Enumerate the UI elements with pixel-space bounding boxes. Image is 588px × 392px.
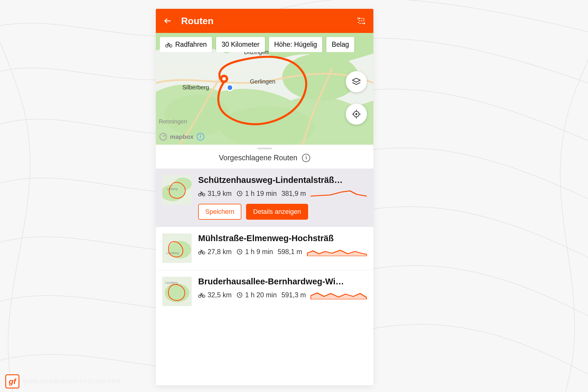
svg-point-4 — [165, 95, 229, 136]
route-thumbnail: Leonberg — [162, 277, 192, 306]
details-button[interactable]: Details anzeigen — [246, 204, 308, 220]
mapbox-logo-icon — [159, 133, 167, 141]
suggested-routes-panel: Vorgeschlagene Routen i conberg Schützen… — [156, 145, 373, 385]
elevation-sparkline — [307, 247, 367, 256]
route-distance: 27,8 km — [208, 248, 232, 256]
map-label-silberberg: Silberberg — [182, 84, 209, 91]
clock-icon — [236, 292, 243, 298]
svg-point-10 — [228, 85, 232, 90]
route-item[interactable]: Leonberg Bruderhausallee-Bernhardweg-Wi…… — [156, 270, 373, 313]
map-label-gerlingen: Gerlingen — [250, 78, 275, 85]
route-item[interactable]: conberg Schützenhausweg-Lindentalsträß… … — [156, 169, 373, 227]
attribution-info-icon[interactable]: i — [197, 133, 204, 141]
back-button[interactable] — [163, 16, 172, 26]
filter-row: Radfahren 30 Kilometer Höhe: Hügelig Bel… — [160, 37, 373, 52]
bike-icon — [198, 249, 205, 255]
svg-text:Leonberg: Leonberg — [166, 251, 179, 255]
filter-activity[interactable]: Radfahren — [160, 37, 212, 52]
route-stats: 27,8 km 1 h 9 min 598,1 m — [198, 247, 367, 256]
filter-distance-label: 30 Kilometer — [221, 41, 259, 49]
route-waypoints-icon[interactable] — [356, 16, 366, 26]
elevation-sparkline — [310, 291, 367, 299]
svg-text:conberg: conberg — [167, 187, 178, 191]
attribution-text: mapbox — [170, 133, 194, 140]
svg-point-2 — [363, 23, 365, 24]
filter-surface[interactable]: Belag — [326, 37, 354, 52]
svg-point-1 — [358, 18, 359, 19]
panel-title: Vorgeschlagene Routen — [219, 154, 298, 162]
route-elevation: 591,3 m — [281, 291, 306, 299]
clock-icon — [236, 248, 243, 255]
svg-point-15 — [356, 114, 357, 115]
bike-icon — [165, 42, 172, 48]
elevation-sparkline — [310, 189, 367, 198]
svg-point-8 — [222, 77, 226, 81]
panel-header: Vorgeschlagene Routen i — [156, 151, 373, 169]
route-distance: 32,5 km — [208, 291, 232, 299]
filter-activity-label: Radfahren — [175, 41, 207, 49]
route-stats: 32,5 km 1 h 20 min 591,3 m — [198, 291, 367, 299]
route-duration: 1 h 19 min — [245, 190, 277, 198]
route-duration: 1 h 20 min — [245, 291, 277, 299]
route-elevation: 598,1 m — [278, 248, 302, 256]
save-button[interactable]: Speichern — [198, 204, 241, 220]
map-view[interactable]: Ditzingen Gerlingen Silberberg Renningen… — [156, 33, 373, 145]
map-attribution: mapbox i — [159, 133, 204, 141]
route-distance: 31,9 km — [208, 190, 232, 198]
page-title: Routen — [181, 16, 348, 26]
watermark-logo: gf — [5, 374, 19, 388]
route-thumbnail: Leonberg — [162, 233, 192, 263]
route-elevation: 381,9 m — [281, 190, 306, 198]
phone-screen: Routen — [156, 9, 373, 385]
bike-icon — [198, 292, 205, 298]
map-layers-button[interactable] — [346, 71, 367, 92]
watermark: gf WWW.GRANFONDO-CYCLING.COM — [5, 374, 121, 388]
route-name: Bruderhausallee-Bernhardweg-Wi… — [198, 277, 367, 286]
route-duration: 1 h 9 min — [245, 248, 273, 256]
map-locate-button[interactable] — [346, 104, 367, 125]
clock-icon — [236, 190, 243, 197]
route-thumbnail: conberg — [162, 175, 192, 205]
filter-distance[interactable]: 30 Kilometer — [216, 37, 265, 52]
route-actions: Speichern Details anzeigen — [198, 204, 367, 220]
svg-text:Leonberg: Leonberg — [165, 281, 178, 284]
bike-icon — [198, 191, 205, 196]
filter-elevation[interactable]: Höhe: Hügelig — [269, 37, 323, 52]
filter-elevation-label: Höhe: Hügelig — [274, 41, 317, 49]
app-header: Routen — [156, 9, 373, 33]
filter-surface-label: Belag — [332, 41, 349, 49]
route-item[interactable]: Leonberg Mühlstraße-Elmenweg-Hochsträß 2… — [156, 227, 373, 270]
route-name: Schützenhausweg-Lindentalsträß… — [198, 175, 367, 185]
panel-drag-handle[interactable] — [257, 148, 272, 149]
svg-marker-13 — [353, 78, 360, 82]
map-label-renningen: Renningen — [159, 118, 187, 125]
route-stats: 31,9 km 1 h 19 min 381,9 m — [198, 189, 367, 198]
route-name: Mühlstraße-Elmenweg-Hochsträß — [198, 233, 367, 243]
info-icon[interactable]: i — [302, 154, 310, 162]
watermark-url: WWW.GRANFONDO-CYCLING.COM — [23, 378, 121, 385]
